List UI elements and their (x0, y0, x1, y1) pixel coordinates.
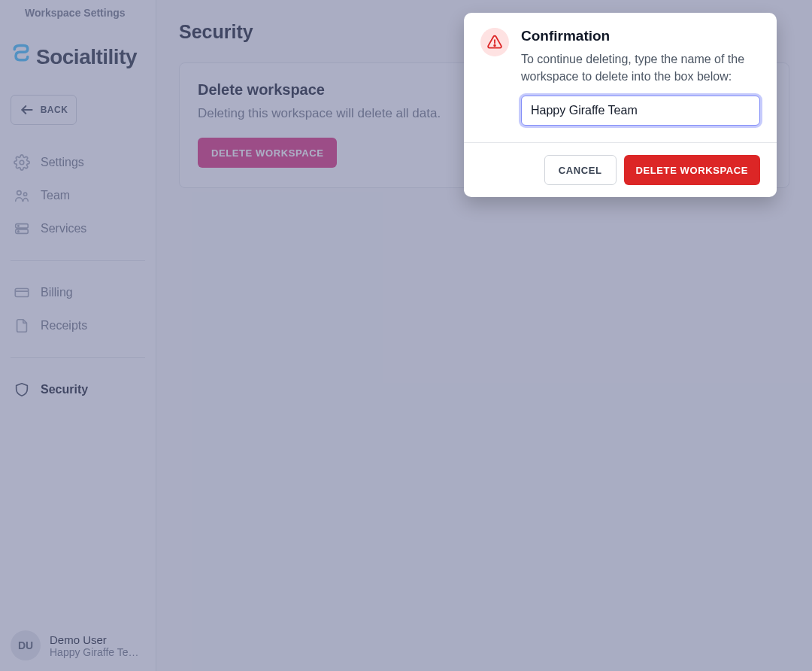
workspace-name-input[interactable] (521, 96, 760, 126)
confirm-delete-button[interactable]: DELETE WORKSPACE (624, 155, 760, 185)
modal-text: To continue deleting, type the name of t… (521, 50, 760, 85)
warning-icon (486, 34, 503, 50)
confirmation-modal: Confirmation To continue deleting, type … (464, 13, 777, 197)
modal-footer: CANCEL DELETE WORKSPACE (464, 142, 777, 197)
svg-point-11 (494, 45, 495, 47)
cancel-button[interactable]: CANCEL (544, 155, 617, 185)
warning-badge (480, 28, 509, 56)
modal-title: Confirmation (521, 28, 760, 44)
